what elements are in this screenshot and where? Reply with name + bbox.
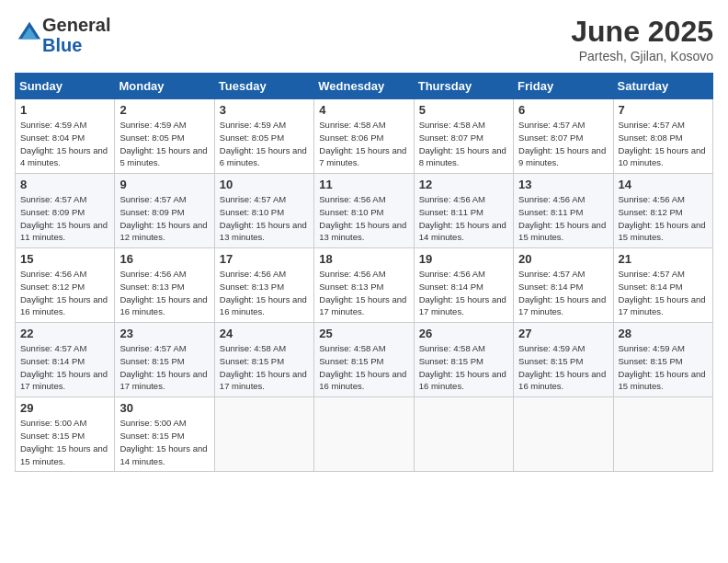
day-number: 28: [619, 327, 708, 340]
day-number: 6: [518, 103, 608, 117]
day-number: 16: [119, 252, 209, 266]
day-info: Sunrise: 4:58 AM Sunset: 8:15 PM Dayligh…: [220, 342, 309, 393]
day-info: Sunrise: 4:57 AM Sunset: 8:14 PM Dayligh…: [20, 342, 109, 393]
calendar-day-cell: 14Sunrise: 4:56 AM Sunset: 8:12 PM Dayli…: [613, 174, 712, 248]
title-block: June 2025 Partesh, Gjilan, Kosovo: [571, 15, 713, 63]
calendar-week-row: 1Sunrise: 4:59 AM Sunset: 8:04 PM Daylig…: [16, 99, 713, 174]
calendar-day-cell: [314, 397, 414, 472]
logo-blue-text: Blue: [42, 35, 82, 55]
logo-icon: [17, 20, 42, 46]
day-number: 15: [20, 252, 109, 266]
day-number: 29: [20, 401, 109, 415]
day-number: 24: [220, 327, 309, 340]
calendar-table: SundayMondayTuesdayWednesdayThursdayFrid…: [15, 73, 713, 472]
day-info: Sunrise: 4:56 AM Sunset: 8:14 PM Dayligh…: [419, 268, 508, 318]
day-number: 13: [518, 178, 608, 191]
calendar-day-cell: 2Sunrise: 4:59 AM Sunset: 8:05 PM Daylig…: [115, 99, 214, 174]
calendar-day-cell: 26Sunrise: 4:58 AM Sunset: 8:15 PM Dayli…: [414, 323, 513, 397]
day-info: Sunrise: 4:57 AM Sunset: 8:09 PM Dayligh…: [20, 193, 109, 244]
day-number: 26: [419, 327, 508, 340]
logo-general-text: General: [42, 15, 110, 35]
calendar-day-cell: 24Sunrise: 4:58 AM Sunset: 8:15 PM Dayli…: [214, 323, 313, 397]
day-number: 21: [619, 252, 708, 266]
day-info: Sunrise: 4:57 AM Sunset: 8:14 PM Dayligh…: [518, 268, 608, 318]
day-info: Sunrise: 4:59 AM Sunset: 8:04 PM Dayligh…: [20, 119, 109, 169]
calendar-day-cell: 1Sunrise: 4:59 AM Sunset: 8:04 PM Daylig…: [16, 99, 115, 174]
calendar-day-cell: [613, 397, 712, 472]
day-info: Sunrise: 4:58 AM Sunset: 8:07 PM Dayligh…: [419, 119, 508, 169]
day-number: 4: [319, 103, 408, 117]
weekday-header: Tuesday: [214, 74, 313, 99]
weekday-header: Monday: [115, 74, 214, 99]
day-number: 25: [319, 327, 408, 340]
day-info: Sunrise: 4:56 AM Sunset: 8:13 PM Dayligh…: [119, 268, 209, 318]
weekday-header: Thursday: [414, 74, 513, 99]
calendar-day-cell: 27Sunrise: 4:59 AM Sunset: 8:15 PM Dayli…: [514, 323, 613, 397]
calendar-day-cell: 9Sunrise: 4:57 AM Sunset: 8:09 PM Daylig…: [115, 174, 214, 248]
calendar-day-cell: 18Sunrise: 4:56 AM Sunset: 8:13 PM Dayli…: [314, 248, 414, 323]
day-info: Sunrise: 4:57 AM Sunset: 8:09 PM Dayligh…: [119, 193, 209, 244]
day-info: Sunrise: 4:59 AM Sunset: 8:15 PM Dayligh…: [619, 342, 708, 393]
day-info: Sunrise: 4:56 AM Sunset: 8:11 PM Dayligh…: [419, 193, 508, 244]
calendar-day-cell: 22Sunrise: 4:57 AM Sunset: 8:14 PM Dayli…: [16, 323, 115, 397]
calendar-day-cell: 6Sunrise: 4:57 AM Sunset: 8:07 PM Daylig…: [514, 99, 613, 174]
day-number: 7: [619, 103, 708, 117]
day-number: 1: [20, 103, 109, 117]
calendar-week-row: 15Sunrise: 4:56 AM Sunset: 8:12 PM Dayli…: [16, 248, 713, 323]
day-number: 2: [119, 103, 209, 117]
location-text: Partesh, Gjilan, Kosovo: [571, 49, 713, 63]
day-number: 30: [119, 401, 209, 415]
calendar-day-cell: 20Sunrise: 4:57 AM Sunset: 8:14 PM Dayli…: [514, 248, 613, 323]
calendar-day-cell: [414, 397, 513, 472]
day-number: 10: [220, 178, 309, 191]
day-number: 17: [220, 252, 309, 266]
weekday-header: Saturday: [613, 74, 712, 99]
day-number: 9: [119, 178, 209, 191]
day-number: 8: [20, 178, 109, 191]
calendar-day-cell: 16Sunrise: 4:56 AM Sunset: 8:13 PM Dayli…: [115, 248, 214, 323]
calendar-day-cell: 13Sunrise: 4:56 AM Sunset: 8:11 PM Dayli…: [514, 174, 613, 248]
day-info: Sunrise: 4:58 AM Sunset: 8:06 PM Dayligh…: [319, 119, 408, 169]
calendar-week-row: 22Sunrise: 4:57 AM Sunset: 8:14 PM Dayli…: [16, 323, 713, 397]
day-number: 27: [518, 327, 608, 340]
logo: General Blue: [15, 15, 110, 55]
day-info: Sunrise: 5:00 AM Sunset: 8:15 PM Dayligh…: [20, 417, 109, 467]
day-info: Sunrise: 4:56 AM Sunset: 8:13 PM Dayligh…: [220, 268, 309, 318]
calendar-day-cell: 5Sunrise: 4:58 AM Sunset: 8:07 PM Daylig…: [414, 99, 513, 174]
day-info: Sunrise: 4:58 AM Sunset: 8:15 PM Dayligh…: [419, 342, 508, 393]
month-title: June 2025: [571, 15, 713, 49]
calendar-day-cell: [214, 397, 313, 472]
calendar-header-row: SundayMondayTuesdayWednesdayThursdayFrid…: [16, 74, 713, 99]
day-info: Sunrise: 4:56 AM Sunset: 8:10 PM Dayligh…: [319, 193, 408, 244]
day-info: Sunrise: 4:56 AM Sunset: 8:12 PM Dayligh…: [20, 268, 109, 318]
calendar-day-cell: 11Sunrise: 4:56 AM Sunset: 8:10 PM Dayli…: [314, 174, 414, 248]
calendar-week-row: 29Sunrise: 5:00 AM Sunset: 8:15 PM Dayli…: [16, 397, 713, 472]
day-info: Sunrise: 4:59 AM Sunset: 8:05 PM Dayligh…: [220, 119, 309, 169]
day-number: 3: [220, 103, 309, 117]
day-info: Sunrise: 4:57 AM Sunset: 8:15 PM Dayligh…: [119, 342, 209, 393]
calendar-day-cell: 15Sunrise: 4:56 AM Sunset: 8:12 PM Dayli…: [16, 248, 115, 323]
page-header: General Blue June 2025 Partesh, Gjilan, …: [15, 15, 713, 63]
weekday-header: Wednesday: [314, 74, 414, 99]
day-number: 11: [319, 178, 408, 191]
calendar-day-cell: 17Sunrise: 4:56 AM Sunset: 8:13 PM Dayli…: [214, 248, 313, 323]
calendar-day-cell: 30Sunrise: 5:00 AM Sunset: 8:15 PM Dayli…: [115, 397, 214, 472]
day-info: Sunrise: 4:57 AM Sunset: 8:07 PM Dayligh…: [518, 119, 608, 169]
day-number: 20: [518, 252, 608, 266]
calendar-day-cell: 29Sunrise: 5:00 AM Sunset: 8:15 PM Dayli…: [16, 397, 115, 472]
day-info: Sunrise: 4:59 AM Sunset: 8:05 PM Dayligh…: [119, 119, 209, 169]
day-number: 12: [419, 178, 508, 191]
calendar-day-cell: [514, 397, 613, 472]
day-info: Sunrise: 4:59 AM Sunset: 8:15 PM Dayligh…: [518, 342, 608, 393]
calendar-day-cell: 23Sunrise: 4:57 AM Sunset: 8:15 PM Dayli…: [115, 323, 214, 397]
calendar-day-cell: 4Sunrise: 4:58 AM Sunset: 8:06 PM Daylig…: [314, 99, 414, 174]
calendar-day-cell: 12Sunrise: 4:56 AM Sunset: 8:11 PM Dayli…: [414, 174, 513, 248]
calendar-day-cell: 25Sunrise: 4:58 AM Sunset: 8:15 PM Dayli…: [314, 323, 414, 397]
calendar-day-cell: 19Sunrise: 4:56 AM Sunset: 8:14 PM Dayli…: [414, 248, 513, 323]
day-info: Sunrise: 4:57 AM Sunset: 8:10 PM Dayligh…: [220, 193, 309, 244]
day-info: Sunrise: 4:57 AM Sunset: 8:14 PM Dayligh…: [619, 268, 708, 318]
day-info: Sunrise: 4:56 AM Sunset: 8:13 PM Dayligh…: [319, 268, 408, 318]
calendar-day-cell: 7Sunrise: 4:57 AM Sunset: 8:08 PM Daylig…: [613, 99, 712, 174]
day-number: 5: [419, 103, 508, 117]
day-info: Sunrise: 4:58 AM Sunset: 8:15 PM Dayligh…: [319, 342, 408, 393]
